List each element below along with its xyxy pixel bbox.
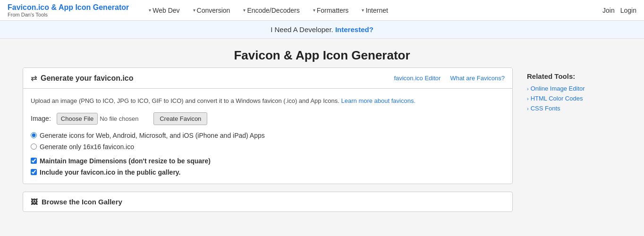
chevron-icon-1: › [527,86,529,92]
promo-banner: I Need A Developer. Interested? [0,21,644,39]
nav-formatters-arrow: ▾ [313,8,315,13]
tool-card-title: Generate your favicon.ico [41,74,134,83]
browse-title: Browse the Icon Gallery [42,198,122,206]
content-area: ⇄ Generate your favicon.ico favicon.ico … [23,67,513,212]
nav-internet-arrow: ▾ [362,8,364,13]
nav-conversion-arrow: ▾ [193,8,195,13]
sidebar-title: Related Tools: [527,72,621,80]
nav-webdev-label: Web Dev [153,7,179,14]
create-favicon-button[interactable]: Create Favicon [153,112,207,125]
nav-webdev-arrow: ▾ [149,8,151,13]
checkbox-gallery: Include your favicon.ico in the public g… [31,169,505,176]
page-title-area: Favicon & App Icon Generator [0,39,644,67]
radio-item-16: Generate only 16x16 favicon.ico [31,143,505,151]
include-gallery-label: Include your favicon.ico in the public g… [40,169,180,176]
include-gallery-checkbox[interactable] [31,169,37,175]
nav-right: Join Login [602,7,636,14]
tool-card-header-links: favicon.ico Editor What are Favicons? [394,75,505,82]
what-favicons-link[interactable]: What are Favicons? [450,75,505,82]
learn-more-link[interactable]: Learn more about favicons. [341,97,416,104]
radio-all-icons[interactable] [31,132,37,138]
favicon-editor-link[interactable]: favicon.ico Editor [394,75,441,82]
browse-card: 🖼 Browse the Icon Gallery [23,192,513,212]
checkbox-group: Maintain Image Dimensions (don't resize … [31,157,505,176]
shuffle-icon: ⇄ [31,74,37,83]
nav-encode-label: Encode/Decoders [247,7,299,14]
chevron-icon-2: › [527,96,529,101]
sidebar: Related Tools: › Online Image Editor › H… [527,67,621,212]
image-row: Image: Choose File No file chosen Create… [31,112,505,125]
browse-icon: 🖼 [31,198,38,206]
sidebar-link-css-fonts[interactable]: › CSS Fonts [527,105,621,112]
nav-encode[interactable]: ▾ Encode/Decoders [237,4,305,17]
sidebar-link-image-editor-label: Online Image Editor [531,85,585,92]
brand[interactable]: Favicon.ico & App Icon Generator From Da… [8,3,129,17]
tool-card-header: ⇄ Generate your favicon.ico favicon.ico … [23,68,512,89]
nav-encode-arrow: ▾ [243,8,246,13]
join-link[interactable]: Join [602,7,615,14]
navbar: Favicon.ico & App Icon Generator From Da… [0,0,644,21]
nav-formatters-label: Formatters [317,7,349,14]
nav-conversion[interactable]: ▾ Conversion [187,4,236,17]
nav-internet[interactable]: ▾ Internet [356,4,393,17]
brand-title[interactable]: Favicon.ico & App Icon Generator [8,3,129,12]
banner-text: I Need A Developer. [271,25,333,34]
sidebar-link-html-colors[interactable]: › HTML Color Codes [527,95,621,102]
radio-16x16[interactable] [31,143,37,150]
file-name-display: No file chosen [100,115,147,122]
nav-formatters[interactable]: ▾ Formatters [307,4,355,17]
nav-internet-label: Internet [365,7,388,14]
login-link[interactable]: Login [620,7,636,14]
main-layout: ⇄ Generate your favicon.ico favicon.ico … [15,67,629,221]
file-input-wrapper: Choose File No file chosen [57,113,147,125]
maintain-dimensions-label: Maintain Image Dimensions (don't resize … [40,157,211,165]
radio-16x16-label: Generate only 16x16 favicon.ico [40,143,134,151]
radio-group: Generate icons for Web, Android, Microso… [31,132,505,151]
choose-file-button[interactable]: Choose File [57,113,98,125]
chevron-icon-3: › [527,106,529,111]
nav-menu: ▾ Web Dev ▾ Conversion ▾ Encode/Decoders… [143,4,602,17]
radio-item-all: Generate icons for Web, Android, Microso… [31,132,505,139]
description-text: Upload an image (PNG to ICO, JPG to ICO,… [31,97,339,104]
upload-description: Upload an image (PNG to ICO, JPG to ICO,… [31,96,505,106]
checkbox-maintain: Maintain Image Dimensions (don't resize … [31,157,505,165]
nav-webdev[interactable]: ▾ Web Dev [143,4,185,17]
brand-sub: From Dan's Tools [8,12,129,17]
radio-all-icons-label: Generate icons for Web, Android, Microso… [40,132,265,139]
tool-card-header-left: ⇄ Generate your favicon.ico [31,74,134,83]
banner-link[interactable]: Interested? [335,25,373,34]
tool-card-body: Upload an image (PNG to ICO, JPG to ICO,… [23,89,512,184]
sidebar-link-html-colors-label: HTML Color Codes [531,95,583,102]
maintain-dimensions-checkbox[interactable] [31,158,37,164]
nav-conversion-label: Conversion [197,7,230,14]
tool-card: ⇄ Generate your favicon.ico favicon.ico … [23,67,513,184]
page-title: Favicon & App Icon Generator [0,48,644,63]
sidebar-link-css-fonts-label: CSS Fonts [531,105,560,112]
sidebar-link-image-editor[interactable]: › Online Image Editor [527,85,621,92]
image-label: Image: [31,115,51,122]
